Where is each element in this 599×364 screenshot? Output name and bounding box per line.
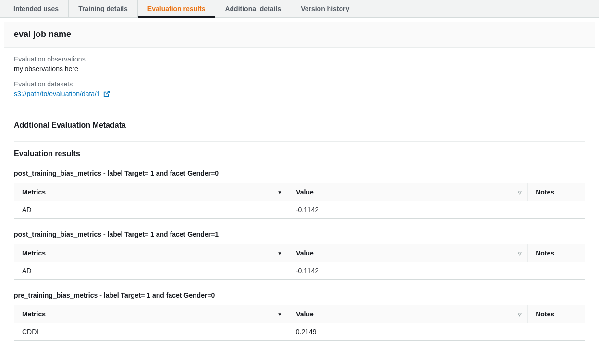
sort-desc-icon: ▼ — [277, 312, 282, 317]
main-panel: eval job name Evaluation observations my… — [4, 22, 595, 349]
column-header-metrics[interactable]: Metrics ▼ — [14, 183, 288, 201]
additional-metadata-title: Addtional Evaluation Metadata — [14, 121, 585, 130]
tab-intended-uses[interactable]: Intended uses — [4, 0, 69, 17]
metrics-table: Metrics ▼ Value ▽ Notes AD -0.1142 — [14, 244, 585, 280]
table-row: CDDL 0.2149 — [14, 323, 585, 341]
cell-value: 0.2149 — [288, 323, 528, 341]
tab-version-history[interactable]: Version history — [291, 0, 359, 17]
column-header-notes[interactable]: Notes — [528, 183, 585, 201]
table-row: AD -0.1142 — [14, 262, 585, 280]
table-title: post_training_bias_metrics - label Targe… — [14, 231, 585, 238]
table-title: pre_training_bias_metrics - label Target… — [14, 291, 585, 299]
column-header-value[interactable]: Value ▽ — [288, 305, 528, 323]
datasets-label: Evaluation datasets — [14, 80, 585, 88]
column-header-value[interactable]: Value ▽ — [288, 183, 528, 201]
divider — [14, 141, 585, 142]
external-link-icon — [103, 90, 110, 97]
tab-training-details[interactable]: Training details — [69, 0, 138, 17]
column-header-metrics[interactable]: Metrics ▼ — [14, 244, 288, 262]
tabs-bar: Intended uses Training details Evaluatio… — [0, 0, 599, 18]
sort-desc-icon: ▼ — [277, 251, 282, 256]
table-row: AD -0.1142 — [14, 201, 585, 219]
cell-metrics: CDDL — [14, 323, 288, 341]
datasets-link-text: s3://path/to/evaluation/data/1 — [14, 90, 100, 97]
metrics-table: Metrics ▼ Value ▽ Notes CDDL 0.2149 — [14, 305, 585, 341]
tab-evaluation-results[interactable]: Evaluation results — [138, 0, 216, 17]
column-header-notes[interactable]: Notes — [528, 305, 585, 323]
sort-icon: ▽ — [518, 190, 522, 195]
divider — [14, 113, 585, 113]
sort-icon: ▽ — [518, 251, 522, 256]
sort-icon: ▽ — [518, 312, 522, 317]
sort-desc-icon: ▼ — [277, 190, 282, 195]
column-header-notes[interactable]: Notes — [528, 244, 585, 262]
cell-metrics: AD — [14, 201, 288, 219]
datasets-link[interactable]: s3://path/to/evaluation/data/1 — [14, 90, 110, 97]
table-title: post_training_bias_metrics - label Targe… — [14, 170, 585, 177]
cell-value: -0.1142 — [288, 201, 528, 219]
observations-value: my observations here — [14, 65, 585, 73]
cell-notes — [528, 262, 585, 280]
column-header-metrics[interactable]: Metrics ▼ — [14, 305, 288, 323]
panel-title: eval job name — [4, 22, 595, 48]
cell-value: -0.1142 — [288, 262, 528, 280]
results-title: Evaluation results — [14, 149, 585, 158]
observations-label: Evaluation observations — [14, 55, 585, 63]
cell-notes — [528, 201, 585, 219]
column-header-value[interactable]: Value ▽ — [288, 244, 528, 262]
panel-body: Evaluation observations my observations … — [4, 48, 595, 349]
metrics-table: Metrics ▼ Value ▽ Notes AD -0.1142 — [14, 183, 585, 219]
cell-metrics: AD — [14, 262, 288, 280]
cell-notes — [528, 323, 585, 341]
tab-additional-details[interactable]: Additional details — [215, 0, 291, 17]
